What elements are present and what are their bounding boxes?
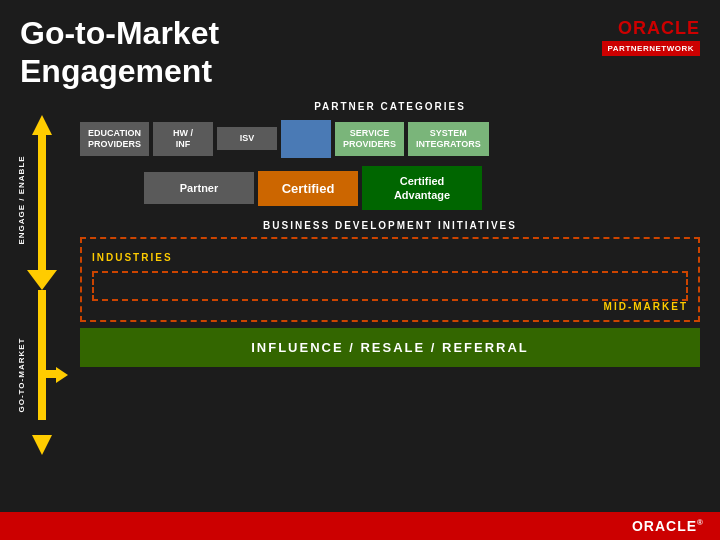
biz-dev-section: BUSINESS DEVELOPMENT INITIATIVES INDUSTR… — [80, 220, 700, 322]
svg-text:ENGAGE / ENABLE: ENGAGE / ENABLE — [17, 155, 26, 244]
cat-system-integrators: SYSTEMINTEGRATORS — [408, 122, 489, 156]
biz-dev-inner: INDUSTRIES MID-MARKET — [80, 237, 700, 322]
main-title-area: Go-to-Market Engagement — [20, 14, 219, 91]
svg-marker-5 — [56, 367, 68, 383]
inner-dashed-box — [92, 271, 688, 301]
biz-dev-label: BUSINESS DEVELOPMENT INITIATIVES — [80, 220, 700, 231]
partner-categories-label: PARTNER CATEGORIES — [80, 101, 700, 112]
main-content: PARTNER CATEGORIES EDUCATIONPROVIDERS HW… — [0, 101, 720, 368]
svg-rect-3 — [38, 290, 46, 420]
certified-tier-box: Certified — [258, 171, 358, 206]
influence-box: INFLUENCE / RESALE / REFERRAL — [80, 328, 700, 367]
svg-marker-0 — [32, 115, 52, 135]
svg-marker-2 — [27, 270, 57, 290]
cat-isv: ISV — [217, 127, 277, 150]
tier-row: Partner Certified CertifiedAdvantage — [144, 166, 700, 211]
partner-network-badge: PARTNERNETWORK — [602, 41, 700, 56]
oracle-bottom-label: ORACLE — [632, 518, 697, 534]
oracle-header-text: ORACLE — [618, 18, 700, 39]
main-title: Go-to-Market Engagement — [20, 14, 219, 91]
cat-hw-inf: HW /INF — [153, 122, 213, 156]
partner-tier-box: Partner — [144, 172, 254, 204]
title-line2: Engagement — [20, 53, 212, 89]
svg-rect-1 — [38, 135, 46, 275]
svg-rect-6 — [46, 370, 56, 378]
oracle-logo-area: ORACLE PARTNERNETWORK — [602, 18, 700, 56]
title-line1: Go-to-Market — [20, 15, 219, 51]
left-side-arrows: ENGAGE / ENABLE GO-TO-MARKET — [12, 105, 72, 469]
trademark-symbol: ® — [697, 518, 704, 527]
certified-advantage-box: CertifiedAdvantage — [362, 166, 482, 211]
cat-blue — [281, 120, 331, 158]
oracle-bottom-text: ORACLE® — [632, 518, 704, 534]
bottom-bar: ORACLE® — [0, 512, 720, 540]
mid-market-label: MID-MARKET — [92, 301, 688, 312]
svg-text:GO-TO-MARKET: GO-TO-MARKET — [17, 338, 26, 413]
svg-marker-4 — [32, 435, 52, 455]
header: Go-to-Market Engagement ORACLE PARTNERNE… — [0, 0, 720, 101]
page-wrapper: ENGAGE / ENABLE GO-TO-MARKET Go-to-Marke… — [0, 0, 720, 540]
cat-service-providers: SERVICEPROVIDERS — [335, 122, 404, 156]
partner-categories-row: EDUCATIONPROVIDERS HW /INF ISV SERVICEPR… — [80, 120, 700, 158]
cat-education: EDUCATIONPROVIDERS — [80, 122, 149, 156]
partner-categories-section: PARTNER CATEGORIES EDUCATIONPROVIDERS HW… — [80, 101, 700, 211]
industries-label: INDUSTRIES — [92, 252, 173, 263]
